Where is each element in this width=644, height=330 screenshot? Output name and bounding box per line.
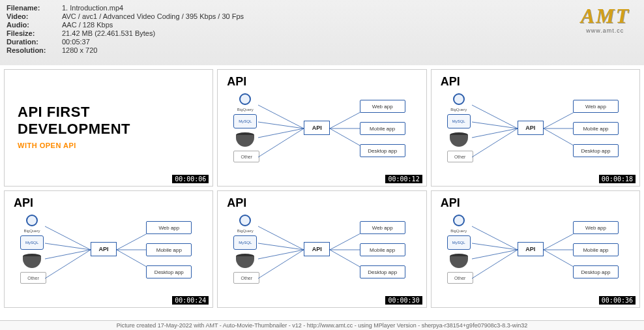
api-center-box: API [304, 121, 330, 135]
timestamp: 00:00:18 [599, 175, 636, 183]
slide-title: API [227, 75, 246, 89]
footer-credits: Picture created 17-May-2022 with AMT - A… [0, 320, 644, 330]
desktop-app-box: Desktop app [360, 144, 405, 157]
thumbnail-3: API BigQueryMySQLOther API Web appMobile… [431, 69, 640, 187]
label-filesize: Filesize: [7, 29, 62, 37]
slide-title: API [441, 75, 460, 89]
metadata-header: Filename:1. Introduction.mp4 Video:AVC /… [0, 0, 644, 65]
thumbnail-6: API BigQueryMySQLOther API Web appMobile… [431, 190, 640, 308]
slide-title: API [441, 196, 460, 210]
database-icon [236, 132, 254, 147]
value-resolution: 1280 x 720 [62, 46, 97, 54]
api-diagram: BigQueryMySQLOther API Web appMobile app… [20, 215, 203, 292]
database-icon [450, 132, 468, 147]
api-diagram: BigQueryMySQLOther API Web appMobile app… [447, 215, 630, 292]
thumbnail-grid: API FIRST DEVELOPMENT WITH OPEN API 00:0… [0, 65, 644, 312]
mobile-app-box: Mobile app [360, 122, 405, 135]
thumbnail-4: API BigQueryMySQLOther API Web appMobile… [4, 190, 213, 308]
value-duration: 00:05:37 [62, 38, 90, 46]
timestamp: 00:00:36 [599, 296, 636, 305]
thumbnail-2: API BigQuery MySQL Other API Web app Mob… [217, 69, 426, 187]
api-diagram: BigQuery MySQL Other API Web app Mobile … [233, 93, 417, 170]
logo-text: AMT [581, 5, 630, 26]
timestamp: 00:00:24 [172, 296, 209, 305]
bigquery-label: BigQuery [233, 108, 257, 112]
value-filesize: 21.42 MB (22.461.531 Bytes) [62, 29, 155, 37]
mysql-icon: MySQL [233, 114, 257, 128]
connector-lines-left [258, 100, 304, 165]
bigquery-icon [239, 93, 251, 105]
other-box: Other [233, 151, 259, 162]
slide-title: API [227, 196, 246, 210]
thumbnail-1: API FIRST DEVELOPMENT WITH OPEN API 00:0… [4, 69, 213, 187]
mysql-icon: MySQL [447, 114, 471, 128]
title-subheading: WITH OPEN API [5, 140, 212, 151]
title-heading: API FIRST DEVELOPMENT [5, 70, 212, 140]
timestamp: 00:00:12 [385, 175, 422, 183]
bigquery-icon [453, 93, 465, 105]
value-filename: 1. Introduction.mp4 [62, 4, 123, 12]
amt-logo: AMT www.amt.cc [581, 5, 630, 34]
api-diagram: BigQueryMySQLOther API Web appMobile app… [447, 93, 630, 170]
web-app-box: Web app [360, 100, 405, 113]
label-video: Video: [7, 12, 62, 20]
value-video: AVC / avc1 / Advanced Video Coding / 395… [62, 12, 244, 20]
logo-url: www.amt.cc [581, 27, 630, 34]
label-duration: Duration: [7, 38, 62, 46]
thumbnail-5: API BigQueryMySQLOther API Web appMobile… [217, 190, 426, 308]
timestamp: 00:00:06 [172, 175, 209, 183]
value-audio: AAC / 128 Kbps [62, 21, 113, 29]
api-diagram: BigQueryMySQLOther API Web appMobile app… [233, 215, 417, 292]
label-filename: Filename: [7, 4, 62, 12]
label-audio: Audio: [7, 21, 62, 29]
timestamp: 00:00:30 [385, 296, 422, 305]
slide-title: API [14, 196, 33, 210]
label-resolution: Resolution: [7, 46, 62, 54]
